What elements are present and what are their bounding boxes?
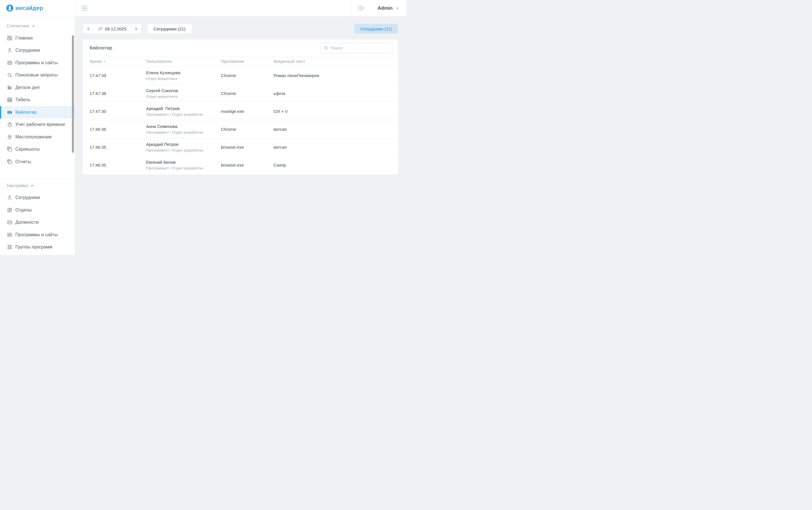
- prev-day-button[interactable]: [83, 24, 93, 33]
- rows-icon: [7, 232, 12, 238]
- user-dept: Программист / Отдел разработки: [146, 112, 221, 117]
- user-dept: Программист / Отдел разработки: [146, 130, 221, 134]
- sidebar-item-label: Отделы: [16, 208, 32, 213]
- sidebar-item-label: Скриншоты: [16, 147, 39, 152]
- table-row[interactable]: 17:46:36 Анна Семенова Программист / Отд…: [83, 120, 398, 138]
- column-header-time[interactable]: Время: [90, 59, 146, 64]
- sidebar-item-label: Учет рабочего времени: [16, 122, 65, 127]
- column-header-user[interactable]: Пользователь: [146, 59, 221, 64]
- cell-text: ьфma: [273, 91, 393, 96]
- cell-text: ватсап: [273, 127, 393, 131]
- person-keyhole-icon: [6, 4, 13, 12]
- sidebar: Статистика Главная: [0, 17, 75, 255]
- sidebar-item-otdely[interactable]: Отделы: [0, 204, 75, 216]
- sidebar-item-mestopolozhenie[interactable]: Местоположение: [0, 131, 75, 143]
- cell-app: msedge.exe: [221, 109, 273, 114]
- sidebar-item-sotrudniki[interactable]: Сотрудники: [0, 44, 75, 57]
- search-input[interactable]: [331, 46, 389, 50]
- sidebar-item-label: Местоположение: [16, 134, 52, 140]
- dashboard-icon: [7, 35, 12, 41]
- sidebar-item-label: Группы программ: [16, 244, 52, 249]
- sidebar-item-detali-dnya[interactable]: Детали дня: [0, 81, 75, 94]
- user-dept: Программист / Отдел разработки: [146, 148, 221, 152]
- user-name: Admin: [378, 5, 393, 11]
- stopwatch-icon: [7, 122, 12, 127]
- section-statistics-label: Статистика: [7, 23, 29, 28]
- table-row[interactable]: 17:46:35 Евгений Белов Программист / Отд…: [83, 156, 398, 174]
- groups-icon: [7, 244, 12, 250]
- sidebar-item-otchety[interactable]: Отчеты: [0, 155, 75, 168]
- column-header-text[interactable]: Введенный текст: [273, 59, 393, 64]
- settings-nav: Сотрудники Отделы: [0, 191, 75, 253]
- settings-button[interactable]: [351, 0, 371, 16]
- section-settings-label: Настройка: [7, 183, 28, 188]
- chevron-right-icon: [134, 27, 138, 31]
- badge-icon: [7, 207, 12, 213]
- cell-time: 17:47:30: [90, 109, 146, 114]
- sidebar-item-label: Детали дня: [16, 85, 39, 90]
- date-picker-button[interactable]: 09.12.2025: [93, 24, 131, 33]
- table-row[interactable]: 17:46:35 Аркадий Петров Программист / От…: [83, 138, 398, 156]
- user-name: Анна Семенова: [146, 124, 221, 129]
- statistics-nav: Главная Сотрудники Программы и сайты: [0, 32, 75, 168]
- sidebar-item-glavnaya[interactable]: Главная: [0, 32, 75, 44]
- user-dept: Отдел маркетинга: [146, 77, 221, 81]
- section-settings[interactable]: Настройка: [7, 183, 75, 188]
- sidebar-item-settings-programmy[interactable]: Программы и сайты: [0, 229, 75, 241]
- main-content: 09.12.2025 Сотрудники (21) Сотрудники (2…: [75, 17, 406, 255]
- cell-app: browser.exe: [221, 145, 273, 150]
- bars-icon: [7, 85, 12, 90]
- search-box: [320, 43, 393, 53]
- sidebar-item-label: Табель: [16, 97, 30, 102]
- sidebar-scrollbar[interactable]: [72, 35, 74, 153]
- sidebar-item-label: Должности: [16, 220, 39, 225]
- sidebar-item-uchet-rabochego-vremeni[interactable]: Учет рабочего времени: [0, 119, 75, 131]
- next-day-button[interactable]: [131, 24, 141, 33]
- cell-time: 17:47:38: [90, 91, 146, 96]
- location-pin-icon: [7, 134, 12, 140]
- cell-time: 17:46:35: [90, 162, 146, 168]
- table-header: Время Пользователь Приложение Введенный …: [83, 57, 398, 66]
- person-icon: [7, 195, 12, 201]
- sidebar-item-label: Программы и сайты: [16, 60, 58, 65]
- employees-filter-button[interactable]: Сотрудники (21): [147, 24, 192, 34]
- sidebar-item-dolzhnosti[interactable]: Должности: [0, 216, 75, 229]
- cell-user: Анна Семенова Программист / Отдел разраб…: [146, 124, 221, 134]
- dots-grid-icon: [98, 27, 103, 31]
- chevron-left-icon: [86, 27, 90, 31]
- date-navigator: 09.12.2025: [83, 24, 142, 34]
- sidebar-item-settings-sotrudniki[interactable]: Сотрудники: [0, 191, 75, 204]
- table-row[interactable]: 17:47:39 Елена Кузнецова Отдел маркетинг…: [83, 66, 398, 84]
- user-menu[interactable]: Admin: [371, 0, 406, 16]
- brand-logo[interactable]: инсайдер: [0, 0, 75, 16]
- sidebar-item-skrinshoty[interactable]: Скриншоты: [0, 143, 75, 156]
- column-header-app[interactable]: Приложение: [221, 59, 273, 64]
- sidebar-item-keylogger[interactable]: Кейлоггер: [0, 106, 75, 119]
- cell-text: Саяпр: [273, 162, 393, 168]
- layers-icon: [7, 146, 12, 152]
- table-row[interactable]: 17:47:38 Сергей Соколов Отдел маркетинга…: [83, 84, 398, 102]
- employees-count-chip[interactable]: Сотрудники (21): [354, 24, 398, 34]
- hamburger-icon[interactable]: [82, 6, 88, 11]
- user-name: Евгений Белов: [146, 160, 221, 164]
- user-dept: Программист / Отдел разработки: [146, 166, 221, 170]
- section-statistics[interactable]: Статистика: [7, 23, 75, 28]
- cell-app: Chrome: [221, 127, 273, 131]
- sidebar-item-gruppy-programm[interactable]: Группы программ: [0, 241, 75, 253]
- sidebar-item-tabel[interactable]: Табель: [0, 94, 75, 106]
- sidebar-item-poiskovye-zaprosy[interactable]: Поисковые запросы: [0, 69, 75, 82]
- user-name: Аркадий Петров: [146, 142, 221, 147]
- cell-time: 17:46:36: [90, 127, 146, 131]
- cell-app: Chrome: [221, 91, 273, 96]
- app-window: инсайдер Admin Статистика: [0, 0, 406, 255]
- sidebar-item-programmy-i-sayty[interactable]: Программы и сайты: [0, 57, 75, 69]
- search-icon: [7, 72, 12, 78]
- cell-user: Сергей Соколов Отдел маркетинга: [146, 88, 221, 99]
- table-row[interactable]: 17:47:30 Аркадий Петров Программист / От…: [83, 102, 398, 120]
- toolbar: 09.12.2025 Сотрудники (21) Сотрудники (2…: [83, 24, 398, 34]
- search-icon: [323, 46, 328, 50]
- card-header: Кейлоггер: [83, 39, 398, 57]
- chevron-up-icon: [32, 25, 35, 28]
- user-name: Сергей Соколов: [146, 88, 221, 93]
- rows-icon: [7, 60, 12, 66]
